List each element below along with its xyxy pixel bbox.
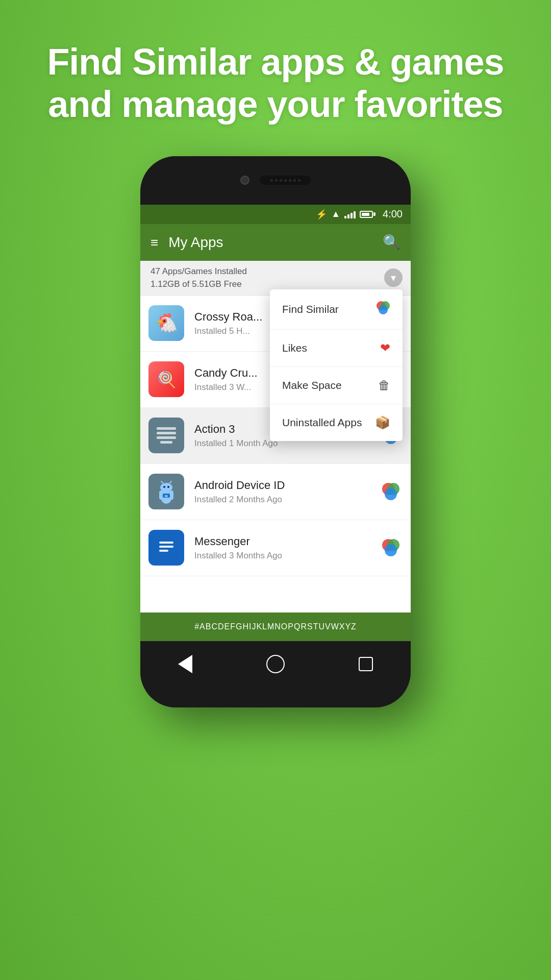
app-icon-android: ID	[148, 474, 184, 509]
svg-point-15	[163, 486, 165, 488]
home-icon	[266, 655, 285, 673]
app-item-android-device-id[interactable]: ID Android Device ID Installed 2 Months …	[140, 464, 411, 520]
speaker-grille	[260, 176, 311, 185]
back-icon	[178, 655, 192, 673]
battery-icon	[360, 211, 375, 218]
make-space-menu-item[interactable]: Make Space 🗑	[270, 367, 403, 404]
svg-point-14	[160, 483, 172, 492]
phone-bottom-bezel	[140, 687, 411, 707]
uninstalled-apps-menu-item[interactable]: Uninstalled Apps 📦	[270, 404, 403, 441]
app-subtitle-android: Installed 2 Months Ago	[194, 495, 379, 505]
messenger-icon	[148, 530, 184, 566]
android-device-icon: ID	[148, 474, 184, 509]
heart-icon: ❤	[380, 341, 390, 355]
wifi-icon: ▲	[331, 209, 340, 219]
app-icon-candy: 🍭	[148, 361, 184, 397]
uninstalled-icon: 📦	[375, 415, 390, 430]
phone-top-bezel	[140, 156, 411, 205]
app-info-android: Android Device ID Installed 2 Months Ago	[194, 479, 379, 505]
svg-point-2	[379, 305, 388, 314]
app-item-messenger[interactable]: Messenger Installed 3 Months Ago	[140, 520, 411, 576]
app-subtitle-messenger: Installed 3 Months Ago	[194, 551, 379, 561]
svg-point-23	[385, 488, 397, 500]
hero-title: Find Similar apps & games and manage you…	[0, 0, 551, 151]
uninstalled-apps-label: Uninstalled Apps	[282, 416, 362, 429]
svg-text:ID: ID	[165, 495, 168, 498]
svg-point-16	[167, 486, 169, 488]
hamburger-menu-icon[interactable]: ≡	[151, 236, 158, 249]
dropdown-menu: Find Similar Likes ❤ Make Sp	[270, 289, 403, 441]
find-similar-menu-item[interactable]: Find Similar	[270, 289, 403, 330]
candy-crush-icon: 🍭	[148, 361, 184, 397]
action3-icon	[148, 418, 184, 453]
make-space-label: Make Space	[282, 379, 342, 391]
likes-label: Likes	[282, 342, 307, 354]
phone-screen: ⚡ ▲ 4:00	[140, 205, 411, 641]
app-icon-messenger	[148, 530, 184, 566]
app-info-messenger: Messenger Installed 3 Months Ago	[194, 535, 379, 561]
apps-count: 47 Apps/Games Installed	[151, 265, 247, 278]
app-icon-crossy: 🐔	[148, 305, 184, 341]
status-bar: ⚡ ▲ 4:00	[140, 205, 411, 224]
search-button[interactable]: 🔍	[383, 234, 400, 251]
sub-header: 47 Apps/Games Installed 1.12GB of 5.51GB…	[140, 261, 411, 296]
svg-rect-25	[159, 542, 173, 544]
back-button[interactable]	[170, 649, 201, 679]
svg-line-17	[161, 481, 163, 483]
find-similar-icon	[376, 301, 390, 318]
phone-nav-bar	[140, 641, 411, 687]
svg-rect-26	[159, 546, 173, 548]
storage-info: 1.12GB of 5.51GB Free	[151, 278, 247, 291]
find-similar-btn-messenger[interactable]	[379, 536, 403, 559]
phone-device: ⚡ ▲ 4:00	[140, 156, 411, 707]
crossy-road-icon: 🐔	[148, 305, 184, 341]
app-name-android: Android Device ID	[194, 479, 379, 492]
app-icon-action3	[148, 418, 184, 453]
status-time: 4:00	[383, 208, 403, 220]
front-camera	[240, 176, 249, 185]
svg-point-30	[385, 544, 397, 556]
sub-header-info: 47 Apps/Games Installed 1.12GB of 5.51GB…	[151, 265, 247, 291]
home-button[interactable]	[260, 649, 291, 679]
alphabet-bar[interactable]: #ABCDEFGHIJKLMNOPQRSTUVWXYZ	[140, 612, 411, 641]
status-icons: ⚡ ▲ 4:00	[316, 208, 403, 220]
likes-menu-item[interactable]: Likes ❤	[270, 330, 403, 367]
trash-icon: 🗑	[378, 378, 390, 393]
bluetooth-icon: ⚡	[316, 209, 327, 220]
app-name-messenger: Messenger	[194, 535, 379, 548]
svg-line-18	[169, 481, 171, 483]
chevron-down-icon: ▾	[391, 272, 396, 284]
svg-rect-27	[159, 550, 168, 552]
find-similar-btn-android[interactable]	[379, 480, 403, 503]
app-bar: ≡ My Apps 🔍	[140, 224, 411, 261]
signal-icon	[344, 210, 356, 218]
sort-dropdown-button[interactable]: ▾	[384, 268, 403, 287]
alphabet-text: #ABCDEFGHIJKLMNOPQRSTUVWXYZ	[194, 622, 357, 631]
recents-icon	[359, 657, 373, 671]
recents-button[interactable]	[350, 649, 381, 679]
app-bar-title: My Apps	[168, 234, 383, 251]
find-similar-label: Find Similar	[282, 303, 339, 315]
